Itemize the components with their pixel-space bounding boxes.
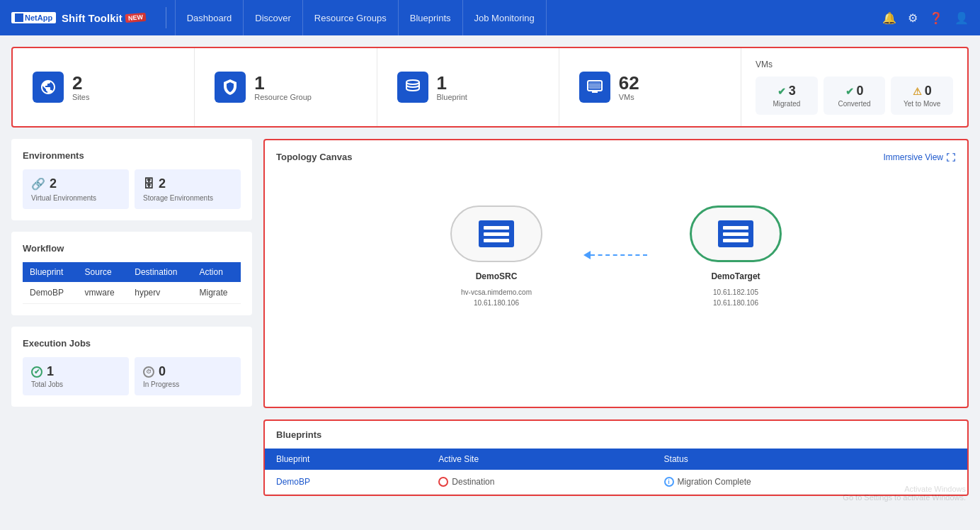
- resource-group-info: 1 Resource Group: [254, 73, 312, 102]
- wf-col-blueprint: Blueprint: [23, 262, 78, 282]
- toolkit-badge: NEW: [125, 13, 146, 23]
- server-line-5: [723, 232, 748, 236]
- workflow-card: Workflow Blueprint Source Destination Ac…: [11, 232, 252, 315]
- bell-icon[interactable]: 🔔: [882, 11, 896, 25]
- wf-destination: hyperv: [127, 282, 192, 304]
- bp-status: i Migration Complete: [653, 470, 967, 495]
- nav-resource-groups[interactable]: Resource Groups: [303, 0, 399, 35]
- arrow-head-left: [583, 251, 591, 259]
- topology-card: Topology Canvas Immersive View: [263, 139, 969, 408]
- status-badge: i Migration Complete: [664, 477, 956, 487]
- storage-environments[interactable]: 🗄 2 Storage Environments: [135, 169, 241, 209]
- check-circle-icon: ✔: [31, 366, 42, 378]
- stats-panel: 2 Sites 1 Resource Group: [11, 47, 969, 128]
- gear-icon[interactable]: ⚙: [908, 11, 918, 25]
- source-name: DemoSRC: [476, 271, 518, 281]
- in-progress-label: In Progress: [143, 380, 232, 388]
- in-progress-count: ⏱ 0: [143, 364, 232, 379]
- in-progress-jobs[interactable]: ⏱ 0 In Progress: [135, 357, 241, 395]
- vm-migrated: ✔ 3 Migrated: [756, 77, 818, 115]
- sites-icon: [33, 72, 64, 103]
- converted-count: ✔ 0: [831, 84, 879, 98]
- topology-target-node: DemoTarget 10.61.182.105 10.61.180.106: [690, 202, 782, 308]
- sites-number: 2: [72, 73, 89, 94]
- target-name: DemoTarget: [711, 271, 760, 281]
- bp-name: DemoBP: [265, 470, 427, 495]
- server-line-6: [723, 239, 748, 242]
- vms-number: 62: [619, 73, 639, 94]
- vms-icon: [579, 72, 610, 103]
- env-grid: 🔗 2 Virtual Environments 🗄 2 Storage Env…: [23, 169, 241, 209]
- nav-blueprints[interactable]: Blueprints: [399, 0, 463, 35]
- execution-jobs-card: Execution Jobs ✔ 1 Total Jobs ⏱ 0: [11, 327, 252, 407]
- immersive-view-icon: [946, 152, 956, 162]
- svg-rect-5: [588, 84, 602, 86]
- user-icon[interactable]: 👤: [955, 11, 969, 25]
- stats-right: VMs ✔ 3 Migrated ✔ 0 Converted: [741, 48, 967, 126]
- nav-dashboard[interactable]: Dashboard: [175, 0, 244, 35]
- blueprint-info: 1 Blueprint: [437, 73, 467, 102]
- virtual-environments[interactable]: 🔗 2 Virtual Environments: [23, 169, 129, 209]
- nav-links: Dashboard Discover Resource Groups Bluep…: [175, 0, 882, 35]
- nav-divider: [166, 7, 166, 28]
- storage-env-count: 🗄 2: [143, 176, 232, 191]
- blueprints-header: Blueprints: [265, 421, 967, 449]
- source-cloud: [450, 202, 542, 266]
- server-line-2: [484, 232, 509, 236]
- vm-badges: ✔ 3 Migrated ✔ 0 Converted ⚠ 0: [756, 77, 953, 115]
- clock-icon: ⏱: [143, 366, 154, 378]
- topology-arrow: [585, 251, 647, 259]
- virtual-env-label: Virtual Environments: [31, 194, 120, 202]
- vm-converted: ✔ 0 Converted: [824, 77, 886, 115]
- vms-section-title: VMs: [756, 60, 953, 69]
- netapp-logo: NetApp: [11, 12, 56, 23]
- bp-link[interactable]: DemoBP: [276, 477, 310, 487]
- server-line-1: [484, 226, 509, 230]
- converted-check-icon: ✔: [845, 86, 854, 97]
- active-site-badge: Destination: [438, 477, 641, 487]
- topology-canvas: DemoSRC hv-vcsa.nimdemo.com 10.61.180.10…: [276, 174, 956, 337]
- rg-label: Resource Group: [254, 93, 312, 101]
- stat-resource-group: 1 Resource Group: [195, 48, 377, 126]
- total-jobs[interactable]: ✔ 1 Total Jobs: [23, 357, 129, 395]
- target-detail: 10.61.182.105 10.61.180.106: [713, 287, 758, 308]
- storage-env-icon: 🗄: [143, 178, 154, 191]
- blueprint-icon: [397, 72, 428, 103]
- destination-icon: [438, 477, 448, 487]
- blueprint-row: DemoBP Destination i: [265, 470, 967, 495]
- help-icon[interactable]: ❓: [929, 11, 943, 25]
- bp-active-site: Destination: [427, 470, 652, 495]
- wf-col-source: Source: [78, 262, 128, 282]
- nav-discover[interactable]: Discover: [244, 0, 303, 35]
- nav-job-monitoring[interactable]: Job Monitoring: [463, 0, 547, 35]
- immersive-view-button[interactable]: Immersive View: [884, 152, 956, 162]
- workflow-title: Workflow: [23, 243, 241, 254]
- wf-blueprint: DemoBP: [23, 282, 78, 304]
- bp-col-active-site: Active Site: [427, 449, 652, 470]
- execution-jobs-title: Execution Jobs: [23, 338, 241, 349]
- sites-info: 2 Sites: [72, 73, 89, 102]
- vm-yet-to-move: ⚠ 0 Yet to Move: [891, 77, 953, 115]
- stat-vms: 62 VMs: [559, 48, 741, 126]
- right-col: Topology Canvas Immersive View: [263, 139, 969, 496]
- server-line-4: [723, 226, 748, 230]
- toolkit-name: Shift Toolkit: [62, 12, 122, 24]
- navbar: NetApp Shift Toolkit NEW Dashboard Disco…: [0, 0, 980, 35]
- topology-title: Topology Canvas: [276, 152, 352, 162]
- migrated-label: Migrated: [763, 100, 811, 108]
- blueprints-table: Blueprint Active Site Status DemoBP: [265, 449, 967, 495]
- source-detail: hv-vcsa.nimdemo.com 10.61.180.106: [461, 287, 532, 308]
- stat-blueprint: 1 Blueprint: [377, 48, 559, 126]
- source-server-icon: [479, 220, 514, 247]
- bp-label: Blueprint: [437, 93, 467, 101]
- stat-sites: 2 Sites: [13, 48, 195, 126]
- storage-env-label: Storage Environments: [143, 194, 232, 202]
- blueprints-card: Blueprints Blueprint Active Site Status …: [263, 419, 969, 496]
- bp-col-status: Status: [653, 449, 967, 470]
- total-jobs-label: Total Jobs: [31, 380, 120, 388]
- wf-action: Migrate: [193, 282, 241, 304]
- vms-label: VMs: [619, 93, 639, 101]
- yet-to-move-count: ⚠ 0: [898, 84, 946, 98]
- wf-col-destination: Destination: [127, 262, 192, 282]
- workflow-table: Blueprint Source Destination Action Demo…: [23, 262, 241, 304]
